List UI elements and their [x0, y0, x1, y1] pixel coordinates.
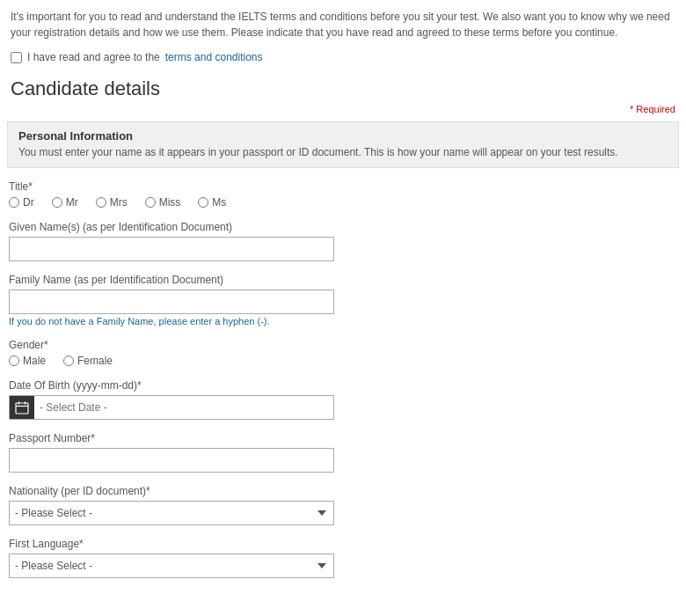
title-radio-mr[interactable] — [52, 197, 62, 208]
passport-input[interactable] — [9, 448, 334, 473]
title-radio-miss[interactable] — [145, 197, 156, 208]
family-name-input[interactable] — [9, 290, 334, 314]
title-option-mrs[interactable]: Mrs — [96, 196, 128, 209]
title-radio-mrs[interactable] — [96, 197, 106, 208]
nationality-label: Nationality (per ID document)* — [9, 485, 677, 497]
gender-option-male[interactable]: Male — [9, 355, 46, 367]
svg-rect-0 — [16, 403, 28, 414]
passport-label: Passport Number* — [9, 432, 677, 444]
title-radio-dr[interactable] — [9, 197, 19, 208]
gender-option-female[interactable]: Female — [63, 355, 113, 367]
required-note: * Required — [0, 102, 686, 116]
dob-input[interactable] — [34, 396, 333, 419]
nationality-field-group: Nationality (per ID document)* - Please … — [9, 485, 677, 525]
title-option-miss[interactable]: Miss — [145, 196, 181, 209]
calendar-icon[interactable] — [10, 396, 34, 419]
given-name-label: Given Name(s) (as per Identification Doc… — [9, 221, 677, 233]
nationality-select[interactable]: - Please Select - — [9, 501, 334, 525]
title-radio-ms[interactable] — [198, 197, 208, 208]
terms-row: I have read and agree to the terms and c… — [0, 48, 686, 72]
first-language-label: First Language* — [9, 538, 677, 550]
given-name-field-group: Given Name(s) (as per Identification Doc… — [9, 221, 677, 261]
given-name-input[interactable] — [9, 237, 334, 261]
title-label: Title* — [9, 180, 677, 193]
title-option-dr[interactable]: Dr — [9, 196, 34, 209]
gender-radio-male[interactable] — [9, 356, 19, 366]
terms-checkbox[interactable] — [11, 52, 22, 63]
terms-link[interactable]: terms and conditions — [165, 51, 263, 63]
first-language-select[interactable]: - Please Select - — [9, 554, 334, 578]
title-radio-group: Dr Mr Mrs Miss Ms — [9, 196, 677, 209]
form-area: Title* Dr Mr Mrs Miss Ms — [0, 180, 686, 578]
intro-paragraph: It's important for you to read and under… — [0, 0, 686, 48]
page-title: Candidate details — [0, 72, 686, 102]
gender-field-group: Gender* Male Female — [9, 339, 677, 367]
dob-label: Date Of Birth (yyyy-mm-dd)* — [9, 379, 677, 392]
family-name-label: Family Name (as per Identification Docum… — [9, 274, 677, 286]
title-field-group: Title* Dr Mr Mrs Miss Ms — [9, 180, 677, 209]
gender-label: Gender* — [9, 339, 677, 351]
gender-radio-group: Male Female — [9, 355, 677, 367]
personal-info-section: Personal Information You must enter your… — [7, 121, 679, 168]
section-description: You must enter your name as it appears i… — [18, 146, 668, 158]
first-language-field-group: First Language* - Please Select - — [9, 538, 677, 578]
gender-radio-female[interactable] — [63, 356, 74, 366]
title-option-mr[interactable]: Mr — [52, 196, 78, 209]
dob-field-group: Date Of Birth (yyyy-mm-dd)* — [9, 379, 677, 420]
passport-field-group: Passport Number* — [9, 432, 677, 473]
terms-label: I have read and agree to the — [27, 51, 160, 63]
dob-input-wrapper — [9, 395, 334, 420]
family-name-field-group: Family Name (as per Identification Docum… — [9, 274, 677, 326]
family-name-hint: If you do not have a Family Name, please… — [9, 316, 677, 326]
section-title: Personal Information — [18, 129, 668, 143]
title-option-ms[interactable]: Ms — [198, 196, 226, 209]
